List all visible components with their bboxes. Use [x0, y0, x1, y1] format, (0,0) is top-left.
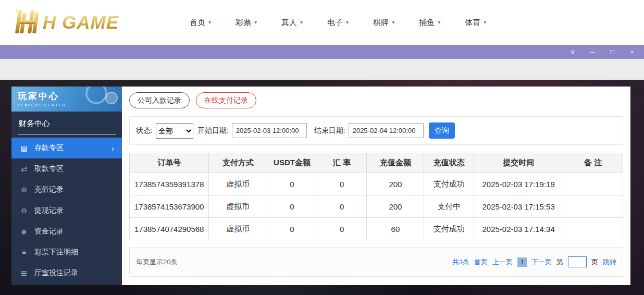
end-date-input[interactable]: [349, 123, 424, 138]
fund-records-icon: ◈: [19, 227, 29, 236]
sidebar-item-label: 资金记录: [34, 227, 64, 236]
sidebar-item-label: 厅室投注记录: [34, 268, 78, 278]
sidebar-item-withdraw-zone[interactable]: ⇄ 取款专区: [11, 158, 122, 179]
cell-exchange-rate: 0: [317, 218, 367, 240]
window-minimize-icon[interactable]: ─: [589, 48, 596, 55]
lottery-bet-details-icon: ≡: [19, 248, 29, 256]
filter-bar: 状态: 全部 开始日期: 结束日期: 查询: [129, 116, 623, 145]
cell-order-no: 1738574359391378: [130, 173, 209, 195]
end-date-label: 结束日期:: [314, 126, 345, 136]
sidebar-item-recharge-records[interactable]: ⊕ 充值记录: [11, 179, 122, 200]
first-page-link[interactable]: 首页: [474, 257, 488, 267]
nav-item-electronic[interactable]: 电子 ▾: [327, 18, 349, 28]
nav-item-label: 真人: [281, 18, 297, 28]
tab-company-deposit-records[interactable]: 公司入款记录: [129, 92, 190, 108]
status-label: 状态:: [136, 126, 153, 136]
logo-text: H GAME: [43, 12, 119, 33]
column-header-remark: 备 注: [563, 153, 623, 173]
record-tabs: 公司入款记录 在线支付记录: [129, 92, 623, 108]
sidebar-header: 玩家中心 PLAYERS CENTER: [11, 87, 122, 112]
chevron-down-icon: ▾: [392, 20, 394, 25]
tab-online-payment-records[interactable]: 在线支付记录: [196, 92, 256, 108]
cell-usdt-amount: 0: [267, 195, 317, 218]
chevron-down-icon: ▾: [438, 20, 440, 25]
cell-payment-method: 虚拟币: [209, 173, 267, 195]
per-page-info: 每页显示20条: [136, 257, 177, 267]
window-close-icon[interactable]: ×: [628, 48, 636, 55]
sidebar-item-withdrawal-records[interactable]: ⊖ 提现记录: [11, 200, 122, 221]
column-header-submit-time: 提交时间: [474, 153, 563, 173]
cell-remark: [563, 173, 623, 195]
nav-item-live[interactable]: 真人 ▾: [281, 18, 303, 28]
sidebar-item-label: 充值记录: [34, 185, 64, 194]
cell-exchange-rate: 0: [317, 173, 367, 195]
chevron-down-icon: ▾: [300, 20, 303, 25]
nav-item-boardgames[interactable]: 棋牌 ▾: [373, 18, 394, 28]
cell-order-no: 1738574153673900: [130, 195, 209, 218]
cell-submit-time: 2025-02-03 17:15:53: [474, 195, 563, 218]
pagination-bar: 每页显示20条 共3条 首页 上一页 1 下一页 第 页 跳转: [129, 247, 623, 277]
nav-item-label: 电子: [327, 18, 343, 28]
nav-item-fishing[interactable]: 捕鱼 ▾: [419, 18, 440, 28]
sidebar-item-deposit-zone[interactable]: ▤ 存款专区 ›: [11, 138, 122, 158]
withdraw-zone-icon: ⇄: [19, 165, 29, 173]
cell-submit-time: 2025-02-03 17:14:34: [474, 218, 563, 240]
next-page-link[interactable]: 下一页: [531, 257, 552, 267]
cell-recharge-status: 支付成功: [424, 173, 474, 195]
nav-item-label: 捕鱼: [419, 18, 435, 28]
column-header-exchange-rate: 汇 率: [317, 153, 367, 173]
brand-logo[interactable]: H GAME: [10, 7, 163, 38]
sidebar-item-lottery-bet-details[interactable]: ≡ 彩票下注明细: [11, 242, 122, 263]
withdrawal-records-icon: ⊖: [19, 206, 29, 215]
player-center-panel: 玩家中心 PLAYERS CENTER 财务中心 ▤ 存款专区 › ⇄ 取款专区: [11, 87, 630, 285]
nav-item-lottery[interactable]: 彩票 ▾: [236, 18, 257, 28]
prev-page-link[interactable]: 上一页: [492, 257, 513, 267]
start-date-label: 开始日期:: [197, 126, 229, 136]
sidebar-item-hall-bet-records[interactable]: ⊞ 厅室投注记录: [11, 263, 122, 284]
query-button[interactable]: 查询: [429, 122, 455, 139]
column-header-payment-method: 支付方式: [209, 153, 267, 173]
toolbar-strip: [0, 59, 644, 80]
column-header-order-no: 订单号: [130, 153, 209, 173]
main-nav: 首页 ▾ 彩票 ▾ 真人 ▾ 电子 ▾ 棋牌 ▾ 捕鱼 ▾: [190, 18, 486, 28]
chevron-down-icon: ▾: [208, 20, 211, 25]
sidebar-section-title: 财务中心: [18, 112, 116, 134]
sidebar: 玩家中心 PLAYERS CENTER 财务中心 ▤ 存款专区 › ⇄ 取款专区: [11, 87, 122, 285]
nav-item-home[interactable]: 首页 ▾: [190, 18, 211, 28]
start-date-input[interactable]: [232, 123, 307, 138]
sidebar-item-label: 提现记录: [34, 206, 64, 215]
page-prefix-label: 第: [556, 257, 563, 267]
sidebar-item-fund-records[interactable]: ◈ 资金记录: [11, 221, 122, 242]
cell-recharge-status: 支付成功: [424, 218, 474, 240]
window-maximize-icon[interactable]: □: [609, 48, 616, 55]
cell-submit-time: 2025-02-03 17:19:19: [474, 173, 563, 195]
current-page-indicator: 1: [517, 257, 527, 267]
deposit-zone-icon: ▤: [19, 144, 29, 152]
cell-remark: [563, 195, 623, 218]
cell-payment-method: 虚拟币: [209, 218, 267, 240]
total-count: 共3条: [452, 257, 469, 267]
nav-item-sports[interactable]: 体育 ▾: [465, 18, 486, 28]
cell-usdt-amount: 0: [267, 173, 317, 195]
cell-usdt-amount: 0: [267, 218, 317, 240]
jump-link[interactable]: 跳转: [603, 257, 616, 267]
cell-payment-method: 虚拟币: [209, 195, 267, 218]
cell-recharge-amount: 200: [367, 195, 424, 218]
status-select[interactable]: 全部: [156, 123, 193, 139]
logo-icon: [10, 7, 41, 38]
sidebar-title: 玩家中心: [18, 90, 116, 102]
cell-recharge-amount: 60: [367, 218, 424, 240]
content-area: 公司入款记录 在线支付记录 状态: 全部 开始日期: 结束日期: 查询: [122, 87, 630, 285]
sidebar-menu: ▤ 存款专区 › ⇄ 取款专区 ⊕ 充值记录 ⊖ 提现记录: [11, 134, 122, 285]
table-row: 1738574153673900 虚拟币 0 0 200 支付中 2025-02…: [130, 195, 623, 218]
page-number-input[interactable]: [568, 256, 587, 267]
main-background: 玩家中心 PLAYERS CENTER 财务中心 ▤ 存款专区 › ⇄ 取款专区: [0, 80, 644, 295]
hall-bet-records-icon: ⊞: [19, 269, 29, 277]
nav-item-label: 棋牌: [373, 18, 389, 28]
table-row: 1738574074290568 虚拟币 0 0 60 支付成功 2025-02…: [130, 218, 623, 240]
sidebar-subtitle: PLAYERS CENTER: [18, 103, 116, 107]
window-chevron-icon[interactable]: ∨: [569, 48, 576, 55]
chevron-right-icon: ›: [112, 144, 114, 153]
cell-order-no: 1738574074290568: [130, 218, 209, 240]
top-header: H GAME 首页 ▾ 彩票 ▾ 真人 ▾ 电子 ▾ 棋牌 ▾: [0, 0, 644, 45]
